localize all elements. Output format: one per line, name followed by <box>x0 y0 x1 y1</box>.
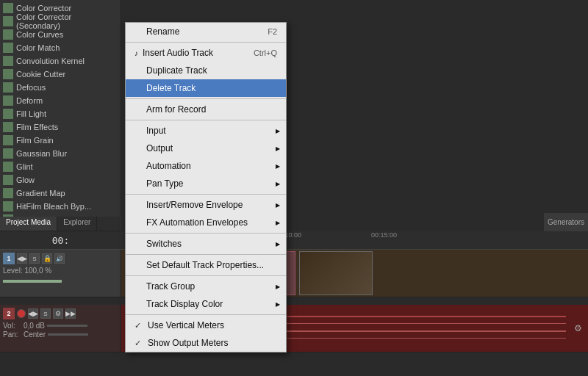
effect-label-12: Glint <box>16 162 33 171</box>
menu-label-10: Automation <box>146 161 191 171</box>
effect-item-13[interactable]: Glow <box>0 173 121 187</box>
effect-label-0: Color Corrector <box>16 4 71 12</box>
effect-label-15: HitFilm Bleach Byp... <box>16 202 91 211</box>
menu-item-10[interactable]: Automation <box>126 157 286 175</box>
menu-item-9[interactable]: Output <box>126 140 286 157</box>
effect-item-6[interactable]: Defocus <box>0 81 121 94</box>
menu-label-4: Delete Track <box>146 83 196 93</box>
menu-item-8[interactable]: Input <box>126 122 286 140</box>
effect-icon-2 <box>3 29 13 40</box>
track-1-vol[interactable]: 🔊 <box>54 253 65 264</box>
menu-label-6: Arm for Record <box>146 104 206 115</box>
effect-icon-1 <box>3 16 13 26</box>
tab-project-media[interactable]: Project Media <box>0 217 57 231</box>
effect-icon-4 <box>3 56 13 66</box>
effect-item-1[interactable]: Color Corrector (Secondary) <box>0 15 121 28</box>
audio-icon-2: ♪ <box>135 49 138 57</box>
bottom-tabs: Project Media Explorer <box>0 217 121 231</box>
menu-divider-12 <box>126 194 286 195</box>
track-2-vol-row: Vol: 0,0 dB <box>3 322 118 330</box>
track-2-controls: 2 ◀▶ S ⚙ ▶▶ Vol: 0,0 dB Pan: Center <box>0 305 121 352</box>
track-1-lock[interactable]: 🔒 <box>42 253 52 264</box>
menu-label-9: Output <box>146 143 173 153</box>
menu-label-21: Track Display Color <box>146 299 223 309</box>
menu-item-20[interactable]: Track Group <box>126 278 286 295</box>
track-1-controls: 1 ◀▶ S 🔒 🔊 Level: 100,0 % <box>0 250 121 297</box>
effect-icon-13 <box>3 175 13 185</box>
effect-label-13: Glow <box>16 176 35 184</box>
effect-label-8: Fill Light <box>16 109 46 118</box>
context-menu[interactable]: RenameF2♪Insert Audio TrackCtrl+QDuplica… <box>125 22 287 352</box>
menu-item-23[interactable]: ✓Use Vertical Meters <box>126 317 286 334</box>
track-2-arrow[interactable]: ▶▶ <box>65 308 76 319</box>
track-1-level: Level: 100,0 % <box>3 267 118 275</box>
pan-slider[interactable] <box>48 333 88 336</box>
menu-item-3[interactable]: Duplicate Track <box>126 62 286 79</box>
track-row-2: 2 ◀▶ S ⚙ ▶▶ Vol: 0,0 dB Pan: Center ⚙ <box>0 305 588 352</box>
effect-item-10[interactable]: Film Grain <box>0 134 121 147</box>
effect-label-11: Gaussian Blur <box>16 149 67 158</box>
menu-label-23: Use Vertical Meters <box>148 320 224 330</box>
menu-check-icon-23: ✓ <box>135 321 146 330</box>
track-2-badge: 2 <box>3 308 15 319</box>
track-2-solo[interactable]: S <box>40 308 51 319</box>
menu-item-14[interactable]: FX Automation Envelopes <box>126 214 286 231</box>
menu-divider-15 <box>126 233 286 234</box>
effect-item-3[interactable]: Color Match <box>0 41 121 54</box>
effect-item-11[interactable]: Gaussian Blur <box>0 147 121 160</box>
track-2-rec[interactable] <box>17 309 26 318</box>
menu-item-4[interactable]: Delete Track <box>126 79 286 97</box>
menu-item-24[interactable]: ✓Show Output Meters <box>126 334 286 352</box>
track-1-badge: 1 <box>3 253 15 264</box>
effect-item-4[interactable]: Convolution Kernel <box>0 54 121 68</box>
effect-icon-3 <box>3 43 13 53</box>
track-2-mute[interactable]: ◀▶ <box>28 308 38 319</box>
video-clip-2[interactable] <box>299 251 373 295</box>
effect-item-12[interactable]: Glint <box>0 160 121 173</box>
effect-label-10: Film Grain <box>16 136 54 145</box>
menu-label-16: Switches <box>146 239 182 249</box>
menu-item-11[interactable]: Pan Type <box>126 175 286 192</box>
effect-icon-12 <box>3 162 13 172</box>
effect-item-8[interactable]: Fill Light <box>0 107 121 120</box>
effect-label-3: Color Match <box>16 43 60 52</box>
menu-label-2: Insert Audio Track <box>143 48 213 58</box>
pan-value: Center <box>24 330 46 339</box>
generators-bar[interactable]: Generators <box>544 213 588 231</box>
track-1-solo[interactable]: S <box>29 253 40 264</box>
effect-item-14[interactable]: Gradient Map <box>0 187 121 200</box>
menu-item-6[interactable]: Arm for Record <box>126 101 286 118</box>
track-1-mute[interactable]: ◀▶ <box>17 253 27 264</box>
menu-divider-5 <box>126 98 286 99</box>
pan-label: Pan: <box>3 330 24 339</box>
menu-divider-7 <box>126 120 286 120</box>
effect-item-15[interactable]: HitFilm Bleach Byp... <box>0 200 121 213</box>
menu-shortcut-2: Ctrl+Q <box>254 48 277 57</box>
menu-divider-22 <box>126 314 286 315</box>
track-row-1: 1 ◀▶ S 🔒 🔊 Level: 100,0 % <box>0 250 588 297</box>
menu-item-0[interactable]: RenameF2 <box>126 23 286 40</box>
menu-item-13[interactable]: Insert/Remove Envelope <box>126 196 286 214</box>
menu-item-21[interactable]: Track Display Color <box>126 295 286 313</box>
effect-icon-0 <box>3 3 13 13</box>
tab-explorer[interactable]: Explorer <box>57 217 97 231</box>
effect-item-5[interactable]: Cookie Cutter <box>0 68 121 81</box>
effect-icon-11 <box>3 148 13 159</box>
effect-icon-5 <box>3 69 13 79</box>
effect-icon-8 <box>3 109 13 119</box>
menu-item-16[interactable]: Switches <box>126 235 286 253</box>
vol-slider[interactable] <box>47 325 87 327</box>
menu-label-18: Set Default Track Properties... <box>146 260 264 270</box>
menu-check-icon-24: ✓ <box>135 339 146 348</box>
menu-label-13: Insert/Remove Envelope <box>146 200 243 210</box>
effect-item-7[interactable]: Deform <box>0 94 121 107</box>
mark-15min: 00:15:00 <box>371 231 397 239</box>
menu-item-18[interactable]: Set Default Track Properties... <box>126 256 286 274</box>
effect-icon-6 <box>3 82 13 93</box>
effects-panel: Color CorrectorColor Corrector (Secondar… <box>0 0 121 224</box>
timecode-value: 00: <box>52 235 69 246</box>
menu-item-2[interactable]: ♪Insert Audio TrackCtrl+Q <box>126 44 286 62</box>
effect-item-9[interactable]: Film Effects <box>0 120 121 134</box>
track-2-settings[interactable]: ⚙ <box>53 308 63 319</box>
menu-divider-19 <box>126 275 286 276</box>
